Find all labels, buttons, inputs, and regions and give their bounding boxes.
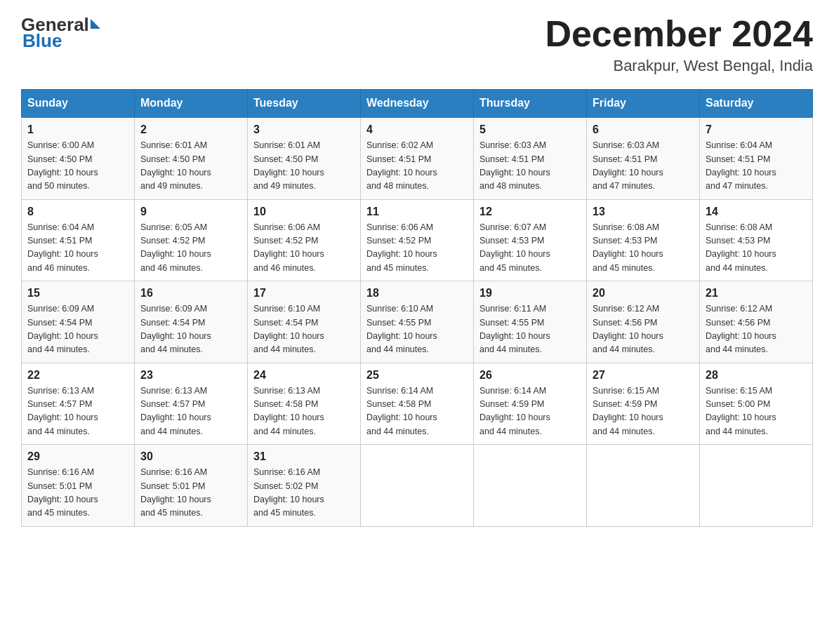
day-info: Sunrise: 6:15 AMSunset: 4:59 PMDaylight:… <box>593 384 694 439</box>
day-info: Sunrise: 6:10 AMSunset: 4:54 PMDaylight:… <box>253 302 355 357</box>
calendar-cell: 12Sunrise: 6:07 AMSunset: 4:53 PMDayligh… <box>474 199 587 281</box>
day-info: Sunrise: 6:09 AMSunset: 4:54 PMDaylight:… <box>27 302 128 357</box>
calendar-cell: 7Sunrise: 6:04 AMSunset: 4:51 PMDaylight… <box>700 117 813 199</box>
title-block: December 2024 Barakpur, West Bengal, Ind… <box>545 14 813 75</box>
day-number: 9 <box>140 206 241 218</box>
calendar-cell: 28Sunrise: 6:15 AMSunset: 5:00 PMDayligh… <box>700 363 813 445</box>
day-number: 31 <box>253 450 355 463</box>
calendar-cell: 13Sunrise: 6:08 AMSunset: 4:53 PMDayligh… <box>587 199 700 281</box>
location-text: Barakpur, West Bengal, India <box>545 57 813 75</box>
day-info: Sunrise: 6:04 AMSunset: 4:51 PMDaylight:… <box>27 221 128 276</box>
day-info: Sunrise: 6:08 AMSunset: 4:53 PMDaylight:… <box>706 221 807 276</box>
calendar-row-week-2: 8Sunrise: 6:04 AMSunset: 4:51 PMDaylight… <box>22 199 813 281</box>
calendar-cell: 2Sunrise: 6:01 AMSunset: 4:50 PMDaylight… <box>135 117 248 199</box>
day-number: 24 <box>253 369 355 382</box>
header-cell-tuesday: Tuesday <box>248 90 361 118</box>
calendar-cell: 4Sunrise: 6:02 AMSunset: 4:51 PMDaylight… <box>361 117 474 199</box>
day-number: 21 <box>706 287 807 300</box>
calendar-cell: 1Sunrise: 6:00 AMSunset: 4:50 PMDaylight… <box>22 117 135 199</box>
day-info: Sunrise: 6:16 AMSunset: 5:01 PMDaylight:… <box>140 466 241 521</box>
day-number: 10 <box>253 206 355 218</box>
calendar-cell: 18Sunrise: 6:10 AMSunset: 4:55 PMDayligh… <box>361 281 474 363</box>
calendar-cell: 22Sunrise: 6:13 AMSunset: 4:57 PMDayligh… <box>22 363 135 445</box>
calendar-cell: 24Sunrise: 6:13 AMSunset: 4:58 PMDayligh… <box>248 363 361 445</box>
day-info: Sunrise: 6:13 AMSunset: 4:57 PMDaylight:… <box>27 384 128 439</box>
day-info: Sunrise: 6:01 AMSunset: 4:50 PMDaylight:… <box>253 139 355 194</box>
calendar-cell: 11Sunrise: 6:06 AMSunset: 4:52 PMDayligh… <box>361 199 474 281</box>
day-info: Sunrise: 6:00 AMSunset: 4:50 PMDaylight:… <box>27 139 128 194</box>
day-number: 28 <box>706 369 807 382</box>
day-number: 20 <box>593 287 694 300</box>
day-number: 22 <box>27 369 128 382</box>
header-cell-friday: Friday <box>587 90 700 118</box>
day-number: 23 <box>140 369 241 382</box>
calendar-cell: 30Sunrise: 6:16 AMSunset: 5:01 PMDayligh… <box>135 445 248 527</box>
day-info: Sunrise: 6:16 AMSunset: 5:02 PMDaylight:… <box>253 466 355 521</box>
day-info: Sunrise: 6:07 AMSunset: 4:53 PMDaylight:… <box>479 221 581 276</box>
header-cell-monday: Monday <box>135 90 248 118</box>
calendar-cell: 29Sunrise: 6:16 AMSunset: 5:01 PMDayligh… <box>22 445 135 527</box>
day-info: Sunrise: 6:08 AMSunset: 4:53 PMDaylight:… <box>593 221 694 276</box>
month-title: December 2024 <box>545 14 813 54</box>
calendar-cell <box>361 445 474 527</box>
day-info: Sunrise: 6:03 AMSunset: 4:51 PMDaylight:… <box>479 139 581 194</box>
day-info: Sunrise: 6:01 AMSunset: 4:50 PMDaylight:… <box>140 139 241 194</box>
day-number: 7 <box>706 123 807 136</box>
calendar-cell: 23Sunrise: 6:13 AMSunset: 4:57 PMDayligh… <box>135 363 248 445</box>
calendar-row-week-1: 1Sunrise: 6:00 AMSunset: 4:50 PMDaylight… <box>22 117 813 199</box>
logo: General Blue <box>21 14 100 52</box>
day-number: 18 <box>366 287 468 300</box>
header-cell-wednesday: Wednesday <box>361 90 474 118</box>
day-number: 27 <box>593 369 694 382</box>
day-info: Sunrise: 6:16 AMSunset: 5:01 PMDaylight:… <box>27 466 128 521</box>
day-number: 26 <box>479 369 581 382</box>
day-info: Sunrise: 6:14 AMSunset: 4:58 PMDaylight:… <box>366 384 468 439</box>
day-number: 4 <box>366 123 468 136</box>
day-info: Sunrise: 6:12 AMSunset: 4:56 PMDaylight:… <box>706 302 807 357</box>
day-number: 8 <box>27 206 128 218</box>
calendar-cell: 9Sunrise: 6:05 AMSunset: 4:52 PMDaylight… <box>135 199 248 281</box>
calendar-body: 1Sunrise: 6:00 AMSunset: 4:50 PMDaylight… <box>22 117 813 526</box>
day-info: Sunrise: 6:06 AMSunset: 4:52 PMDaylight:… <box>253 221 355 276</box>
day-number: 12 <box>479 206 581 218</box>
calendar-row-week-5: 29Sunrise: 6:16 AMSunset: 5:01 PMDayligh… <box>22 445 813 527</box>
day-info: Sunrise: 6:03 AMSunset: 4:51 PMDaylight:… <box>593 139 694 194</box>
day-number: 2 <box>140 123 241 136</box>
calendar-cell: 25Sunrise: 6:14 AMSunset: 4:58 PMDayligh… <box>361 363 474 445</box>
day-number: 19 <box>479 287 581 300</box>
day-info: Sunrise: 6:06 AMSunset: 4:52 PMDaylight:… <box>366 221 468 276</box>
day-number: 1 <box>27 123 128 136</box>
day-info: Sunrise: 6:09 AMSunset: 4:54 PMDaylight:… <box>140 302 241 357</box>
day-number: 30 <box>140 450 241 463</box>
calendar-cell: 10Sunrise: 6:06 AMSunset: 4:52 PMDayligh… <box>248 199 361 281</box>
day-info: Sunrise: 6:13 AMSunset: 4:57 PMDaylight:… <box>140 384 241 439</box>
day-info: Sunrise: 6:02 AMSunset: 4:51 PMDaylight:… <box>366 139 468 194</box>
calendar-cell: 15Sunrise: 6:09 AMSunset: 4:54 PMDayligh… <box>22 281 135 363</box>
calendar-row-week-3: 15Sunrise: 6:09 AMSunset: 4:54 PMDayligh… <box>22 281 813 363</box>
day-info: Sunrise: 6:13 AMSunset: 4:58 PMDaylight:… <box>253 384 355 439</box>
header-cell-sunday: Sunday <box>22 90 135 118</box>
calendar-cell: 6Sunrise: 6:03 AMSunset: 4:51 PMDaylight… <box>587 117 700 199</box>
logo-triangle-icon <box>91 19 100 29</box>
day-number: 13 <box>593 206 694 218</box>
day-number: 15 <box>27 287 128 300</box>
header-cell-saturday: Saturday <box>700 90 813 118</box>
day-info: Sunrise: 6:11 AMSunset: 4:55 PMDaylight:… <box>479 302 581 357</box>
day-number: 25 <box>366 369 468 382</box>
day-number: 16 <box>140 287 241 300</box>
calendar-row-week-4: 22Sunrise: 6:13 AMSunset: 4:57 PMDayligh… <box>22 363 813 445</box>
calendar-cell: 26Sunrise: 6:14 AMSunset: 4:59 PMDayligh… <box>474 363 587 445</box>
header-row: SundayMondayTuesdayWednesdayThursdayFrid… <box>22 90 813 118</box>
calendar-cell <box>474 445 587 527</box>
day-number: 14 <box>706 206 807 218</box>
day-info: Sunrise: 6:14 AMSunset: 4:59 PMDaylight:… <box>479 384 581 439</box>
calendar-cell: 3Sunrise: 6:01 AMSunset: 4:50 PMDaylight… <box>248 117 361 199</box>
day-number: 6 <box>593 123 694 136</box>
day-number: 17 <box>253 287 355 300</box>
calendar-cell: 20Sunrise: 6:12 AMSunset: 4:56 PMDayligh… <box>587 281 700 363</box>
calendar-cell: 17Sunrise: 6:10 AMSunset: 4:54 PMDayligh… <box>248 281 361 363</box>
day-number: 11 <box>366 206 468 218</box>
calendar-cell: 14Sunrise: 6:08 AMSunset: 4:53 PMDayligh… <box>700 199 813 281</box>
calendar-cell: 5Sunrise: 6:03 AMSunset: 4:51 PMDaylight… <box>474 117 587 199</box>
day-info: Sunrise: 6:05 AMSunset: 4:52 PMDaylight:… <box>140 221 241 276</box>
